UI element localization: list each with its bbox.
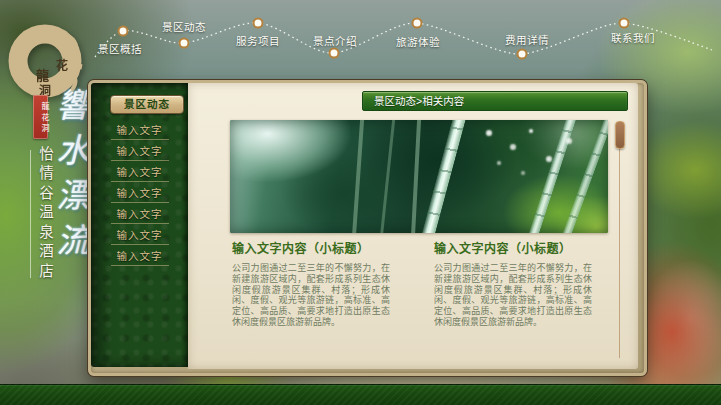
bottom-bar — [0, 384, 721, 405]
nav-item-contact[interactable]: 联系我们 — [609, 30, 657, 45]
nav-node[interactable] — [330, 49, 339, 58]
nav-item-services[interactable]: 服务项目 — [234, 33, 282, 48]
sidebar-menu-item[interactable]: 输入文字 — [111, 245, 169, 266]
sidebar-menu-item[interactable]: 输入文字 — [111, 203, 169, 224]
scrollbar-track[interactable] — [619, 121, 620, 358]
nav-node[interactable] — [119, 27, 128, 36]
column-body-text: 公司力图通过二至三年的不懈努力，在新建旅游区域内，配套形成系列生态休闲度假旅游景… — [232, 263, 390, 328]
content-window-frame: 景区动态 输入文字 输入文字 输入文字 输入文字 输入文字 输入文字 输入文字 … — [88, 80, 647, 376]
sidebar-header-button[interactable]: 景区动态 — [110, 95, 184, 114]
nav-node[interactable] — [413, 19, 422, 28]
bamboo-stalk — [411, 120, 422, 233]
column-heading: 输入文字内容（小标题） — [434, 239, 592, 256]
sidebar-menu-item[interactable]: 输入文字 — [111, 140, 169, 161]
bamboo-stalk — [417, 120, 468, 233]
nav-node[interactable] — [620, 19, 629, 28]
bamboo-stalk — [379, 120, 395, 233]
nav-item-spots[interactable]: 景点介绍 — [311, 33, 359, 48]
bamboo-forest-photo — [230, 120, 608, 233]
nav-item-experience[interactable]: 旅游体验 — [394, 34, 442, 49]
nav-item-fees[interactable]: 费用详情 — [503, 32, 551, 47]
content-column-left: 输入文字内容（小标题） 公司力图通过二至三年的不懈努力，在新建旅游区域内，配套形… — [232, 239, 390, 328]
nav-node[interactable] — [180, 39, 189, 48]
brand-divider-line — [30, 150, 31, 278]
nav-node[interactable] — [518, 50, 527, 59]
column-heading: 输入文字内容（小标题） — [232, 239, 390, 256]
nav-node[interactable] — [254, 19, 263, 28]
sidebar-menu-item[interactable]: 输入文字 — [111, 182, 169, 203]
scrollbar-thumb[interactable] — [615, 121, 625, 149]
svg-text:龍: 龍 — [36, 68, 49, 83]
nav-item-news[interactable]: 景区动态 — [160, 19, 208, 34]
breadcrumb[interactable]: 景区动态>相关内容 — [362, 91, 628, 111]
column-body-text: 公司力图通过二至三年的不懈努力，在新建旅游区域内，配套形成系列生态休闲度假旅游景… — [434, 263, 592, 328]
bamboo-stalk — [352, 120, 364, 233]
sidebar-menu-item[interactable]: 输入文字 — [111, 224, 169, 245]
page-background: 景区概括 景区动态 服务项目 景点介绍 旅游体验 费用详情 联系我们 花 龍 洞… — [0, 0, 721, 405]
flower-speckles — [230, 120, 232, 122]
sidebar-panel: 景区动态 输入文字 输入文字 输入文字 输入文字 输入文字 输入文字 输入文字 — [91, 83, 188, 367]
sidebar-menu-item[interactable]: 输入文字 — [111, 161, 169, 182]
sidebar-menu-item[interactable]: 输入文字 — [111, 119, 169, 140]
content-column-right: 输入文字内容（小标题） 公司力图通过二至三年的不懈努力，在新建旅游区域内，配套形… — [434, 239, 592, 328]
nav-item-overview[interactable]: 景区概括 — [96, 41, 144, 56]
svg-text:花: 花 — [56, 58, 68, 73]
sidebar-menu: 输入文字 输入文字 输入文字 输入文字 输入文字 输入文字 输入文字 — [91, 119, 188, 266]
brand-title-vertical: 響水漂流 — [46, 88, 94, 298]
